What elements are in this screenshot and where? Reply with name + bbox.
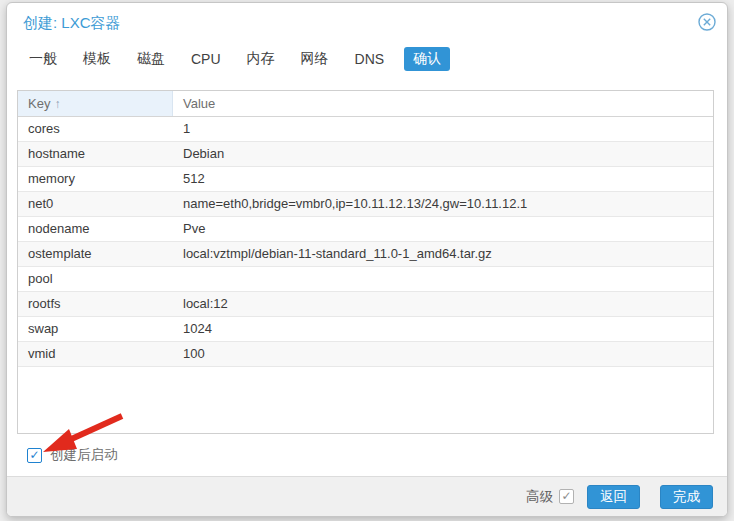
start-after-create-row: ✓ 创建后启动: [27, 446, 118, 464]
tab-disk[interactable]: 磁盘: [131, 47, 171, 71]
start-after-create-label: 创建后启动: [50, 446, 118, 464]
column-key-label: Key: [28, 96, 50, 111]
tab-template[interactable]: 模板: [77, 47, 117, 71]
row-key: swap: [18, 317, 173, 341]
back-button[interactable]: 返回: [587, 485, 640, 509]
check-icon: ✓: [29, 448, 39, 462]
row-value: local:vztmpl/debian-11-standard_11.0-1_a…: [173, 242, 713, 266]
advanced-label: 高级: [526, 488, 553, 506]
tab-network[interactable]: 网络: [295, 47, 335, 71]
table-row-rootfs[interactable]: rootfslocal:12: [18, 292, 713, 317]
table-row-pool[interactable]: pool: [18, 267, 713, 292]
table-row-hostname[interactable]: hostnameDebian: [18, 142, 713, 167]
column-value-label: Value: [183, 96, 215, 111]
row-key: hostname: [18, 142, 173, 166]
tab-cpu[interactable]: CPU: [185, 48, 227, 70]
row-key: ostemplate: [18, 242, 173, 266]
tab-general[interactable]: 一般: [23, 47, 63, 71]
start-after-create-checkbox[interactable]: ✓: [27, 448, 42, 463]
table-row-vmid[interactable]: vmid100: [18, 342, 713, 367]
table-row-net0[interactable]: net0name=eth0,bridge=vmbr0,ip=10.11.12.1…: [18, 192, 713, 217]
row-value: Debian: [173, 142, 713, 166]
tab-confirm[interactable]: 确认: [404, 47, 450, 71]
table-row-memory[interactable]: memory512: [18, 167, 713, 192]
close-icon[interactable]: [697, 12, 717, 32]
row-key: memory: [18, 167, 173, 191]
dialog-title: 创建: LXC容器: [23, 14, 121, 33]
table-row-nodename[interactable]: nodenamePve: [18, 217, 713, 242]
column-header-value[interactable]: Value: [173, 91, 713, 116]
row-key: cores: [18, 117, 173, 141]
table-row-swap[interactable]: swap1024: [18, 317, 713, 342]
row-key: net0: [18, 192, 173, 216]
summary-grid: Key↑ Value cores1 hostnameDebian memory5…: [17, 90, 714, 434]
tab-bar: 一般 模板 磁盘 CPU 内存 网络 DNS 确认: [23, 47, 717, 71]
column-header-key[interactable]: Key↑: [18, 91, 173, 116]
row-value: Pve: [173, 217, 713, 241]
table-row-cores[interactable]: cores1: [18, 117, 713, 142]
row-key: nodename: [18, 217, 173, 241]
row-key: pool: [18, 267, 173, 291]
advanced-checkbox[interactable]: ✓: [559, 489, 574, 504]
grid-header: Key↑ Value: [18, 91, 713, 117]
check-icon: ✓: [561, 489, 571, 503]
row-value: name=eth0,bridge=vmbr0,ip=10.11.12.13/24…: [173, 192, 713, 216]
table-row-ostemplate[interactable]: ostemplatelocal:vztmpl/debian-11-standar…: [18, 242, 713, 267]
row-value: [173, 267, 713, 291]
row-key: rootfs: [18, 292, 173, 316]
tab-memory[interactable]: 内存: [241, 47, 281, 71]
create-lxc-dialog: 创建: LXC容器 一般 模板 磁盘 CPU 内存 网络 DNS 确认 Key↑…: [6, 2, 728, 517]
row-value: 1024: [173, 317, 713, 341]
finish-button[interactable]: 完成: [660, 485, 713, 509]
row-value: 1: [173, 117, 713, 141]
tab-dns[interactable]: DNS: [349, 48, 391, 70]
row-value: 512: [173, 167, 713, 191]
row-value: local:12: [173, 292, 713, 316]
row-key: vmid: [18, 342, 173, 366]
dialog-footer: 高级 ✓ 返回 完成: [7, 476, 727, 516]
row-value: 100: [173, 342, 713, 366]
sort-asc-icon: ↑: [54, 97, 60, 111]
grid-body: cores1 hostnameDebian memory512 net0name…: [18, 117, 713, 367]
